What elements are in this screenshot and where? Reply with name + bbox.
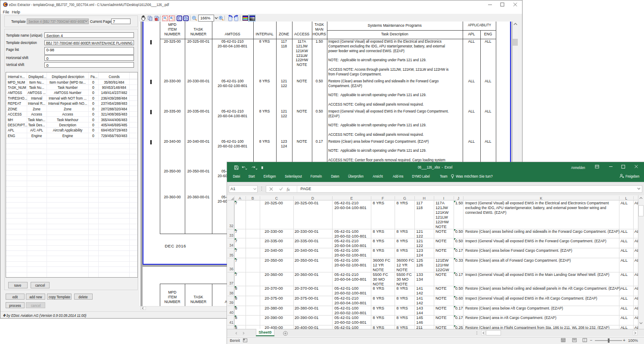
svg-text:fx: fx <box>286 187 290 191</box>
